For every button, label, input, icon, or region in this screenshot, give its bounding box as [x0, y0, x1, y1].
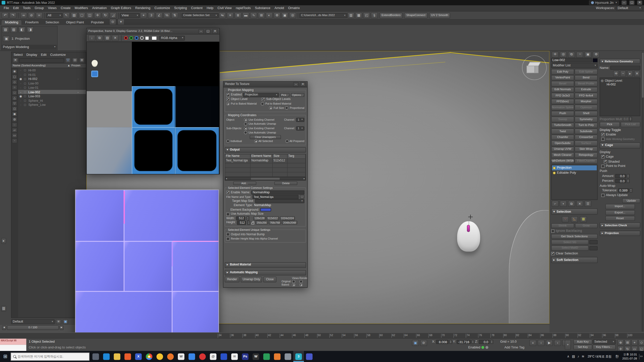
fov-icon[interactable]: ◇ — [638, 339, 644, 345]
add-reference-icon[interactable]: ✛ — [613, 71, 619, 77]
modifier-button-ffd-4x4x4[interactable]: FFD 4x4x4 — [575, 93, 597, 98]
taskbar-app-icon[interactable] — [261, 351, 272, 362]
rollout-selection-check[interactable]: ▸Selection Check — [600, 222, 640, 228]
sub-auto-unwrap-radio[interactable] — [244, 131, 247, 134]
taskbar-app-icon[interactable] — [272, 351, 283, 362]
timeline-tick[interactable]: 62 — [391, 334, 395, 338]
explorer-menu-display[interactable]: Display — [26, 53, 37, 57]
timeline-ruler[interactable]: 3436384042444648505254565860626466687072… — [0, 332, 644, 338]
menu-ornatrix[interactable]: Ornatrix — [286, 6, 302, 10]
auto-map-size-checkbox[interactable] — [226, 212, 230, 216]
maximize-button[interactable]: ▢ — [629, 1, 634, 5]
scene-object-row[interactable]: ◉▢Hi-002· — [18, 77, 86, 81]
mirror-icon[interactable]: ⇋ — [219, 12, 226, 18]
x-spinner[interactable] — [449, 340, 452, 344]
lock-icon[interactable]: ⊙ — [72, 58, 77, 63]
all-prepared-radio[interactable] — [285, 140, 289, 143]
max-script-icon[interactable]: § — [371, 12, 378, 18]
modifier-button-ffd-box-[interactable]: FFD(box) — [551, 99, 574, 104]
modifier-button-retopology[interactable]: Retopology — [575, 152, 597, 158]
user-account-button[interactable]: Hyunsunk Jin▾ — [589, 1, 619, 5]
timeline-tick[interactable]: 56 — [354, 334, 358, 338]
timeline-tick[interactable]: 100 — [627, 334, 632, 338]
use-center-icon[interactable]: ⌖ — [140, 12, 147, 18]
explorer-filter-icon[interactable]: ◍ — [12, 117, 17, 122]
ribbon-tab-modeling[interactable]: Modeling — [2, 20, 22, 25]
toolbar-button-shapeconnect[interactable]: ShapeConnect — [404, 13, 427, 18]
modifier-button-turbosmooth[interactable]: TurboSmooth — [551, 122, 574, 128]
pin-stack-icon[interactable]: ⌐ — [552, 201, 559, 207]
width-spinner[interactable] — [246, 216, 249, 220]
window-crossing-icon[interactable]: ◫ — [86, 12, 93, 18]
size-button-128x128[interactable]: 128x128 — [253, 216, 266, 220]
height-spinner[interactable] — [247, 221, 250, 225]
next-frame-icon[interactable]: › — [554, 340, 561, 346]
rendered-frame-icon[interactable]: ▣ — [281, 12, 288, 18]
object-level-checkbox[interactable] — [226, 98, 230, 101]
pick-button[interactable]: Pick — [600, 122, 620, 127]
select-link-icon[interactable]: ∞ — [20, 12, 27, 18]
proportion-spinner[interactable] — [629, 117, 632, 121]
timeline-tick[interactable]: 98 — [615, 334, 618, 338]
menu-create[interactable]: Create — [59, 6, 73, 10]
timeline-tick[interactable]: 94 — [590, 334, 594, 338]
taskbar-app-icon[interactable] — [304, 351, 314, 362]
layer-manager-icon[interactable]: ≣ — [234, 12, 242, 18]
unwrap-only-button[interactable]: Unwrap Only — [241, 277, 262, 283]
put-to-baked-radio-1[interactable] — [226, 102, 230, 105]
selection-filter-dropdown[interactable]: All▾ — [46, 13, 62, 18]
modifier-button-normalize-spline[interactable]: Normalize Spline — [551, 105, 574, 110]
taskbar-app-icon[interactable] — [154, 351, 165, 362]
vertex-subobject-icon[interactable]: ∵ — [562, 216, 569, 222]
timeline-tick[interactable]: 60 — [379, 334, 383, 338]
output-column-header[interactable]: Size — [273, 154, 288, 158]
taskbar-search-box[interactable]: 검색하려면 여기에 입력하십시오. — [11, 352, 89, 361]
menu-graph-editors[interactable]: Graph Editors — [109, 6, 133, 10]
reference-geometry-list[interactable]: ◎Object Level: Hi-002 — [600, 78, 640, 116]
stack-item-editable-poly[interactable]: Editable Poly — [552, 170, 597, 175]
explorer-filter-icon[interactable]: ○ — [12, 85, 17, 90]
display-tab-icon[interactable]: ▣ — [584, 52, 591, 58]
explorer-filter-icon[interactable]: ◦ — [12, 139, 17, 144]
command-panel-scrollbar[interactable] — [641, 52, 643, 332]
ribbon-tab-object-paint[interactable]: Object Paint — [63, 20, 87, 25]
key-mode-button[interactable]: + — [564, 340, 571, 350]
start-button[interactable]: ⊞ — [0, 351, 11, 362]
explorer-filter-icon[interactable]: ◼ — [12, 112, 17, 117]
modifier-button-unwrap-uvw[interactable]: Unwrap UVW — [551, 146, 574, 152]
menu-animation[interactable]: Animation — [90, 6, 109, 10]
modifier-list-dropdown[interactable]: Modifier List▾ — [551, 63, 597, 68]
rollout-selection[interactable]: ▾Selection — [551, 208, 597, 214]
active-layer-dropdown[interactable]: Default▾ — [11, 319, 55, 324]
matid-value-field[interactable] — [589, 246, 598, 250]
green-channel-icon[interactable] — [129, 36, 133, 40]
visibility-dot-icon[interactable]: · — [19, 99, 23, 103]
shaded-checkbox[interactable] — [604, 160, 607, 163]
clear-unwrappers-button[interactable]: Clear Unwrappers — [250, 135, 281, 139]
menu-customize[interactable]: Customize — [152, 6, 172, 10]
rollout-soft-selection[interactable]: ▸Soft Selection — [551, 257, 597, 263]
time-slider-handle[interactable]: 0 / 100 — [7, 325, 59, 330]
rollout-projection[interactable]: ▸Projection — [600, 231, 640, 236]
taskbar-app-icon[interactable]: W — [176, 351, 186, 362]
modifier-button-mesh-cleaner[interactable]: Mesh Cleaner — [551, 152, 574, 158]
size-button-1024x1024[interactable]: 1024x1024 — [280, 216, 295, 220]
layer-explorer-icon[interactable]: ▦ — [355, 12, 362, 18]
modifier-button-subdivide[interactable]: Subdivide — [575, 128, 597, 134]
unlink-icon[interactable]: ⊘ — [28, 12, 35, 18]
taskbar-clock[interactable]: 오후 10:31 2021-07-28 — [620, 353, 639, 360]
eye-icon[interactable]: ◉ — [19, 77, 23, 81]
taskbar-app-icon[interactable] — [283, 351, 293, 362]
output-add-button[interactable]: Add... — [233, 181, 256, 185]
filter-funnel-icon[interactable]: ▽ — [65, 58, 71, 63]
x-coordinate-field[interactable]: 8.008 — [436, 340, 448, 344]
rollout-automatic-mapping[interactable]: ▸Automatic Mapping — [225, 270, 306, 276]
face-subobject-icon[interactable]: ▦ — [580, 216, 587, 222]
rect-region-icon[interactable]: ▢ — [78, 12, 86, 18]
height-field[interactable]: 512 — [237, 221, 246, 225]
ribbon-tab-freeform[interactable]: Freeform — [22, 20, 42, 25]
shrink-button[interactable]: Shrink — [551, 223, 574, 228]
eye-icon[interactable]: ◉ — [19, 95, 23, 98]
scene-object-row[interactable]: ·▢Low-002· — [18, 90, 86, 94]
explorer-column-headers[interactable]: Name (Sorted Ascending) ▲ Frozen — [12, 63, 86, 68]
